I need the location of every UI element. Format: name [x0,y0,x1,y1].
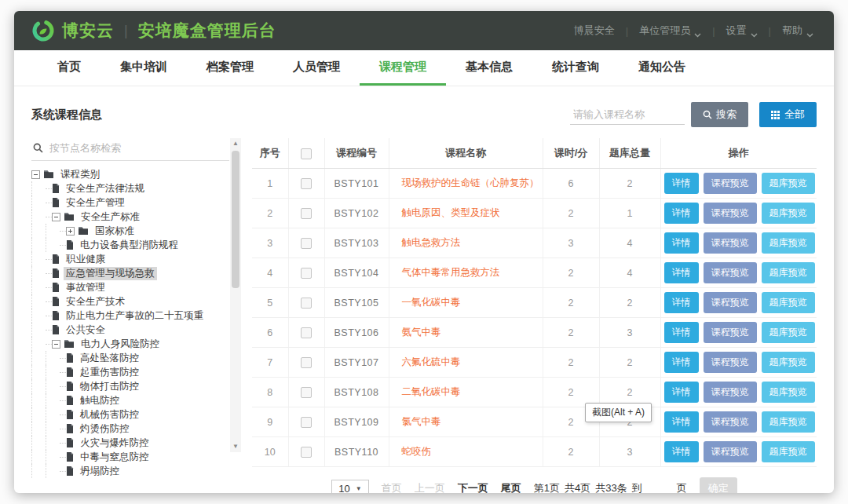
tree-node[interactable]: 坍塌防控 [31,464,229,478]
tree-node-label[interactable]: 物体打击防控 [78,380,141,393]
row-checkbox[interactable] [301,178,312,189]
tree-node-label[interactable]: 安全生产管理 [64,196,127,210]
bank-preview-button[interactable]: 题库预览 [762,173,815,194]
course-preview-button[interactable]: 课程预览 [704,352,757,373]
tree-node-label[interactable]: 触电防控 [78,394,122,407]
row-checkbox[interactable] [301,327,312,338]
bank-preview-button[interactable]: 题库预览 [762,322,815,343]
bank-preview-button[interactable]: 题库预览 [762,411,815,433]
detail-button[interactable]: 详情 [664,232,699,254]
row-checkbox[interactable] [301,447,312,458]
select-all-checkbox[interactable] [301,148,312,159]
tree-vertical-scrollbar[interactable]: ▲ ▼ [230,138,241,452]
tree-node[interactable]: 灼烫伤防控 [31,422,229,436]
tree-node[interactable]: 职业健康 [31,252,229,266]
tree-node[interactable]: 安全生产法律法规 [31,181,229,195]
bank-preview-button[interactable]: 题库预览 [762,292,815,313]
last-page-link[interactable]: 尾页 [501,481,521,493]
tab-档案管理[interactable]: 档案管理 [187,50,273,86]
tree-node[interactable]: 中毒与窒息防控 [31,450,229,464]
scrollbar-thumb[interactable] [232,151,239,288]
prev-page-link[interactable]: 上一页 [415,481,445,493]
tree-node-label[interactable]: 事故管理 [64,281,108,294]
row-checkbox[interactable] [301,208,312,219]
course-preview-button[interactable]: 课程预览 [704,411,757,433]
tree-node[interactable]: 电力人身风险防控 [31,337,229,351]
tree-node[interactable]: 高处坠落防控 [31,351,229,365]
tree-node-label[interactable]: 灼烫伤防控 [78,422,132,436]
tree-node-label[interactable]: 防止电力生产事故的二十五项重 [64,309,206,323]
tree-node-label[interactable]: 安全生产法律法规 [64,182,147,195]
tree-node[interactable]: 公共安全 [31,323,229,337]
course-search-input[interactable] [570,104,685,125]
first-page-link[interactable]: 首页 [382,481,402,493]
tree-node-label[interactable]: 火灾与爆炸防控 [78,436,152,450]
row-checkbox[interactable] [301,357,312,368]
bank-preview-button[interactable]: 题库预览 [762,203,815,224]
tree-node-label[interactable]: 坍塌防控 [78,465,122,478]
tree-node-label[interactable]: 中毒与窒息防控 [78,451,152,464]
tree-node-label[interactable]: 安全生产技术 [64,295,127,309]
detail-button[interactable]: 详情 [664,262,699,283]
confirm-button[interactable]: 确定 [700,477,737,493]
tree-node[interactable]: 触电防控 [31,393,229,407]
tab-通知公告[interactable]: 通知公告 [619,50,705,86]
tree-node-label[interactable]: 国家标准 [93,225,137,238]
tree-node[interactable]: 课程类别 [31,167,229,181]
tree-node[interactable]: 机械伤害防控 [31,407,229,422]
tree-node-label[interactable]: 公共安全 [64,323,108,337]
goto-page-input[interactable] [647,482,672,494]
tree-node-label[interactable]: 课程类别 [58,168,102,181]
detail-button[interactable]: 详情 [664,292,699,313]
detail-button[interactable]: 详情 [664,173,699,194]
tab-集中培训[interactable]: 集中培训 [101,50,187,86]
tab-课程管理[interactable]: 课程管理 [360,50,446,86]
tab-首页[interactable]: 首页 [38,50,101,86]
tree-node[interactable]: 安全生产管理 [31,195,229,210]
tree-node-label[interactable]: 电力人身风险防控 [79,338,162,351]
tree-node-label[interactable]: 高处坠落防控 [78,352,141,365]
menu-help[interactable]: 帮助 [782,24,813,38]
tree-node-label[interactable]: 安全生产标准 [79,210,142,224]
bank-preview-button[interactable]: 题库预览 [762,441,815,462]
course-preview-button[interactable]: 课程预览 [704,322,757,343]
all-button[interactable]: 全部 [759,102,817,127]
row-checkbox[interactable] [301,268,312,279]
tree-node[interactable]: 安全生产标准 [31,210,229,224]
tree-node-label[interactable]: 起重伤害防控 [78,366,141,379]
scroll-down-icon[interactable]: ▼ [230,441,241,452]
tree-node[interactable]: 起重伤害防控 [31,365,229,379]
detail-button[interactable]: 详情 [664,382,699,403]
course-preview-button[interactable]: 课程预览 [704,262,757,283]
tree-node[interactable]: 国家标准 [31,224,229,238]
bank-preview-button[interactable]: 题库预览 [762,262,815,283]
page-size-select[interactable]: 10▼ [331,480,368,494]
course-preview-button[interactable]: 课程预览 [704,203,757,224]
tree-search-input[interactable] [48,141,192,155]
detail-button[interactable]: 详情 [664,322,699,343]
row-checkbox[interactable] [301,298,312,309]
tree-node[interactable]: 事故管理 [31,280,229,294]
tree-node[interactable]: 防止电力生产事故的二十五项重 [31,309,229,323]
bank-preview-button[interactable]: 题库预览 [762,382,815,403]
collapse-icon[interactable] [52,213,60,221]
scroll-up-icon[interactable]: ▲ [230,138,241,149]
detail-button[interactable]: 详情 [664,441,699,462]
course-preview-button[interactable]: 课程预览 [704,292,757,313]
row-checkbox[interactable] [301,238,312,249]
course-preview-button[interactable]: 课程预览 [704,173,757,194]
tree-node[interactable]: 应急管理与现场急救 [31,266,229,280]
tab-人员管理[interactable]: 人员管理 [273,50,360,86]
tree-node[interactable]: 安全生产技术 [31,294,229,309]
collapse-icon[interactable] [52,340,60,349]
detail-button[interactable]: 详情 [664,411,699,433]
collapse-icon[interactable] [31,170,40,179]
bank-preview-button[interactable]: 题库预览 [762,232,815,254]
tab-基本信息[interactable]: 基本信息 [446,50,532,86]
expand-icon[interactable] [66,227,75,236]
next-page-link[interactable]: 下一页 [458,481,488,493]
row-checkbox[interactable] [301,387,312,398]
detail-button[interactable]: 详情 [664,203,699,224]
tree-node-label[interactable]: 职业健康 [64,253,108,266]
tree-node-label[interactable]: 应急管理与现场急救 [64,267,157,280]
